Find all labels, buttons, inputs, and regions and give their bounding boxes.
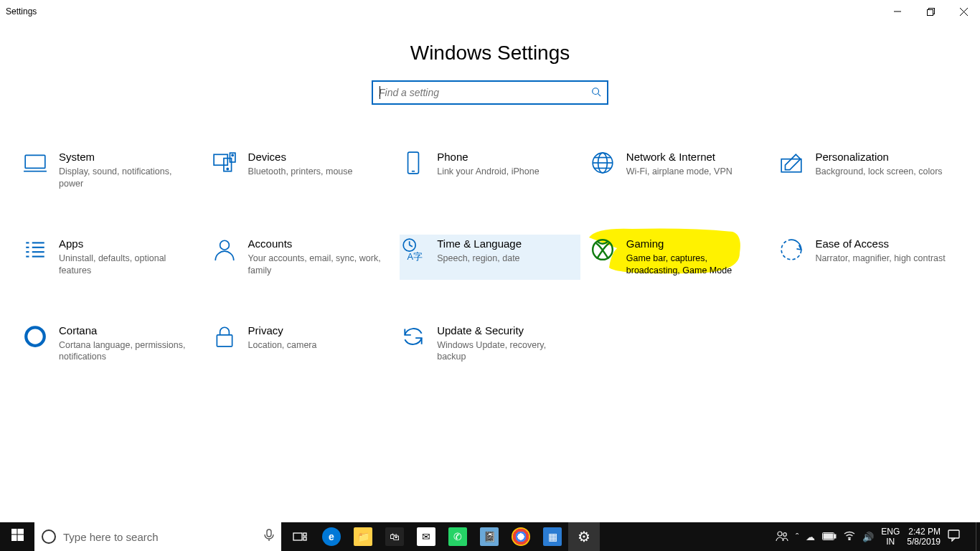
cortana-circle-icon: [42, 529, 56, 544]
person-icon: [211, 236, 238, 263]
window-controls: [881, 0, 980, 23]
category-title: Update & Security: [437, 324, 575, 336]
category-title: Gaming: [626, 237, 764, 250]
svg-line-33: [410, 245, 413, 246]
app-icon[interactable]: ▦: [537, 522, 568, 551]
volume-icon[interactable]: 🔊: [862, 532, 874, 542]
svg-point-47: [778, 532, 782, 536]
battery-icon[interactable]: [822, 532, 837, 542]
people-icon[interactable]: [776, 530, 788, 544]
file-explorer-icon[interactable]: 📁: [347, 522, 379, 551]
category-title: Phone: [437, 151, 575, 163]
settings-taskbar-icon[interactable]: ⚙: [568, 522, 600, 551]
svg-rect-45: [303, 533, 306, 536]
svg-rect-46: [303, 537, 306, 540]
taskbar: Type here to search e 📁 🛍 ✉ ✆ 📓 ▦ ⚙ ˆ ☁ …: [0, 522, 980, 551]
category-desc: Speech, region, date: [437, 253, 575, 265]
onedrive-icon[interactable]: ☁: [806, 532, 815, 542]
svg-rect-50: [834, 534, 836, 538]
svg-text:A字: A字: [407, 251, 423, 262]
category-title: Ease of Access: [815, 237, 953, 250]
minimize-button[interactable]: [881, 0, 914, 23]
lang-top: ENG: [881, 527, 900, 537]
globe-icon: [589, 149, 616, 176]
category-ease-of-access[interactable]: Ease of Access Narrator, magnifier, high…: [778, 235, 958, 280]
category-title: Time & Language: [437, 237, 575, 250]
svg-rect-42: [267, 529, 271, 537]
category-desc: Background, lock screen, colors: [815, 166, 953, 178]
category-desc: Your accounts, email, sync, work, family: [248, 253, 386, 277]
category-desc: Windows Update, recovery, backup: [437, 339, 575, 364]
list-icon: [22, 236, 49, 263]
category-title: Cortana: [59, 324, 197, 336]
category-personalization[interactable]: Personalization Background, lock screen,…: [778, 148, 958, 193]
search-box[interactable]: [372, 80, 608, 105]
svg-rect-44: [293, 533, 302, 540]
svg-rect-38: [11, 529, 17, 534]
show-desktop-button[interactable]: [976, 522, 980, 551]
category-gaming[interactable]: Gaming Game bar, captures, broadcasting,…: [589, 235, 770, 280]
tray-chevron-icon[interactable]: ˆ: [796, 532, 798, 542]
edge-icon[interactable]: e: [316, 522, 347, 551]
category-cortana[interactable]: Cortana Cortana language, permissions, n…: [22, 321, 202, 367]
category-desc: Bluetooth, printers, mouse: [248, 166, 386, 178]
category-privacy[interactable]: Privacy Location, camera: [211, 321, 392, 367]
category-network[interactable]: Network & Internet Wi-Fi, airplane mode,…: [589, 148, 770, 193]
ease-icon: [778, 236, 805, 263]
category-phone[interactable]: Phone Link your Android, iPhone: [400, 148, 580, 193]
language-indicator[interactable]: ENG IN: [881, 527, 900, 547]
taskbar-search[interactable]: Type here to search: [34, 522, 281, 551]
category-devices[interactable]: Devices Bluetooth, printers, mouse: [211, 148, 392, 193]
window-title: Settings: [6, 6, 37, 17]
time-language-icon: A字: [400, 236, 427, 263]
mail-icon[interactable]: ✉: [410, 522, 442, 551]
store-icon[interactable]: 🛍: [379, 522, 410, 551]
svg-line-6: [598, 93, 601, 96]
taskbar-apps: e 📁 🛍 ✉ ✆ 📓 ▦ ⚙: [284, 522, 600, 551]
whatsapp-icon[interactable]: ✆: [442, 522, 473, 551]
devices-icon: [211, 149, 238, 176]
category-desc: Uninstall, defaults, optional features: [59, 253, 197, 277]
svg-point-30: [220, 240, 229, 250]
category-update-security[interactable]: Update & Security Windows Update, recove…: [400, 321, 580, 367]
categories-grid: System Display, sound, notifications, po…: [0, 148, 980, 366]
chrome-icon[interactable]: [505, 522, 537, 551]
svg-rect-2: [927, 9, 933, 15]
svg-rect-9: [214, 154, 227, 165]
category-title: Network & Internet: [626, 151, 764, 163]
category-desc: Narrator, magnifier, high contrast: [815, 253, 953, 265]
svg-point-48: [783, 532, 787, 536]
category-time-language[interactable]: A字 Time & Language Speech, region, date: [400, 235, 580, 280]
category-accounts[interactable]: Accounts Your accounts, email, sync, wor…: [211, 235, 392, 280]
clock[interactable]: 2:42 PM 5/8/2019: [907, 527, 941, 547]
svg-point-36: [26, 327, 44, 346]
svg-rect-53: [948, 530, 959, 538]
system-tray: ˆ ☁ 🔊 ENG IN 2:42 PM 5/8/2019: [776, 527, 970, 547]
category-desc: Game bar, captures, broadcasting, Game M…: [626, 253, 764, 277]
start-button[interactable]: [0, 529, 34, 545]
close-button[interactable]: [947, 0, 980, 23]
category-apps[interactable]: Apps Uninstall, defaults, optional featu…: [22, 235, 202, 280]
category-title: Personalization: [815, 151, 953, 163]
lock-icon: [211, 323, 238, 350]
system-icon: [22, 149, 49, 176]
svg-rect-51: [824, 534, 833, 539]
notes-icon[interactable]: 📓: [473, 522, 505, 551]
mic-icon[interactable]: [264, 529, 274, 545]
svg-rect-7: [25, 155, 45, 168]
maximize-button[interactable]: [914, 0, 947, 23]
wifi-icon[interactable]: [844, 531, 855, 542]
svg-rect-37: [217, 334, 232, 346]
text-caret: [380, 86, 380, 99]
svg-point-5: [593, 88, 599, 94]
task-view-icon[interactable]: [284, 522, 316, 551]
clock-date: 5/8/2019: [907, 537, 941, 547]
category-title: Accounts: [248, 237, 386, 250]
category-desc: Location, camera: [248, 339, 386, 352]
cortana-icon: [22, 323, 49, 350]
search-input[interactable]: [379, 87, 591, 98]
action-center-icon[interactable]: [948, 529, 960, 545]
page-heading: Windows Settings: [0, 42, 980, 65]
category-system[interactable]: System Display, sound, notifications, po…: [22, 148, 202, 193]
svg-point-52: [849, 539, 850, 540]
